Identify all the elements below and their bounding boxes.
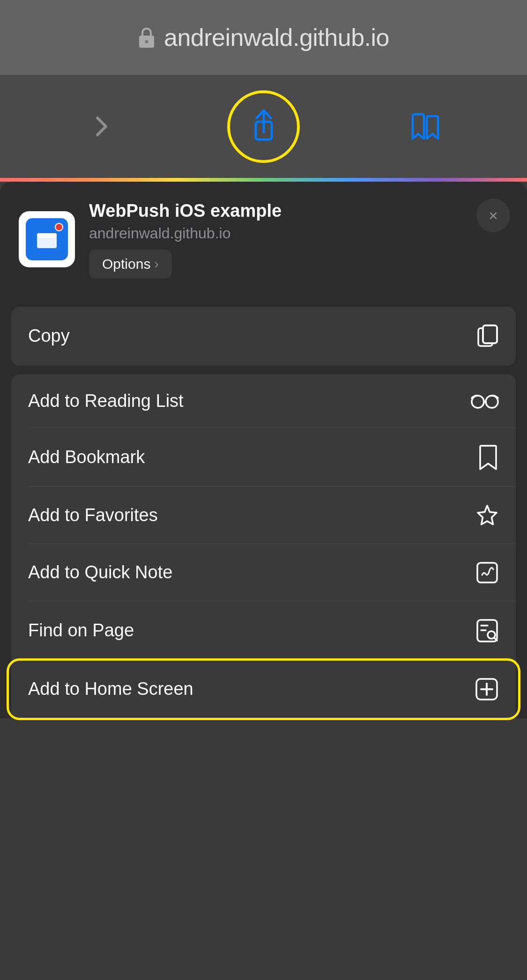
app-icon-svg	[35, 228, 59, 251]
copy-label: Copy	[28, 326, 70, 346]
forward-button[interactable]	[79, 103, 126, 150]
add-bookmark-row[interactable]: Add Bookmark	[11, 428, 516, 487]
close-button[interactable]: ×	[476, 199, 510, 232]
options-label: Options	[102, 256, 150, 272]
url-display[interactable]: andreinwald.github.io	[138, 23, 389, 52]
add-favorites-row[interactable]: Add to Favorites	[11, 487, 516, 544]
app-icon-inner	[26, 218, 68, 260]
forward-icon	[93, 112, 111, 140]
lock-icon	[138, 26, 156, 49]
quick-note-icon	[475, 561, 499, 584]
bookmarks-button[interactable]	[402, 103, 449, 150]
add-home-screen-label: Add to Home Screen	[28, 679, 193, 699]
app-icon-dot	[55, 223, 63, 231]
add-home-screen-row[interactable]: Add to Home Screen	[11, 660, 516, 718]
app-url: andreinwald.github.io	[89, 225, 508, 242]
svg-rect-6	[483, 325, 497, 343]
url-bar: andreinwald.github.io	[0, 0, 527, 75]
app-title: WebPush iOS example	[89, 200, 508, 222]
share-sheet: WebPush iOS example andreinwald.github.i…	[0, 182, 527, 718]
add-home-screen-icon	[475, 677, 499, 701]
add-quick-note-row[interactable]: Add to Quick Note	[11, 544, 516, 601]
svg-rect-10	[477, 563, 497, 582]
app-icon	[19, 211, 75, 267]
rainbow-divider	[0, 178, 527, 182]
add-reading-list-label: Add to Reading List	[28, 391, 184, 411]
add-favorites-label: Add to Favorites	[28, 505, 158, 525]
close-icon: ×	[489, 207, 498, 223]
add-reading-list-row[interactable]: Add to Reading List	[11, 374, 516, 428]
options-chevron-icon: ›	[154, 257, 158, 272]
favorites-star-icon	[475, 504, 499, 527]
find-on-page-icon	[475, 618, 499, 643]
app-header: WebPush iOS example andreinwald.github.i…	[0, 182, 527, 293]
copy-section: Copy	[11, 307, 516, 366]
add-quick-note-label: Add to Quick Note	[28, 562, 172, 582]
bookmarks-icon	[409, 112, 442, 140]
find-on-page-label: Find on Page	[28, 620, 134, 641]
url-text: andreinwald.github.io	[164, 23, 389, 52]
options-button[interactable]: Options ›	[89, 250, 172, 279]
add-bookmark-label: Add Bookmark	[28, 447, 145, 467]
toolbar	[0, 75, 527, 178]
menu-section: Add to Reading List Add Bookmark Add to …	[11, 374, 516, 718]
reading-list-icon	[471, 392, 499, 409]
copy-row[interactable]: Copy	[11, 307, 516, 366]
share-highlight-circle	[227, 90, 300, 163]
bookmark-icon	[477, 445, 499, 470]
copy-icon	[476, 324, 499, 349]
svg-point-1	[145, 40, 148, 44]
find-on-page-row[interactable]: Find on Page	[11, 601, 516, 660]
app-title-wrap: WebPush iOS example andreinwald.github.i…	[89, 200, 508, 279]
share-button[interactable]	[226, 89, 301, 164]
svg-rect-4	[37, 233, 57, 238]
